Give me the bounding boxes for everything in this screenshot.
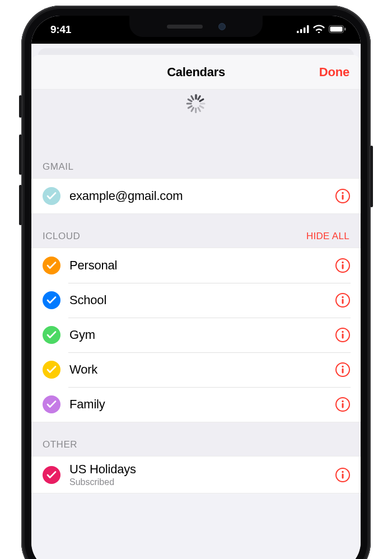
calendars-modal: Calendars Done GMAIL example@gmail.com [31,55,361,559]
front-camera [218,23,226,30]
section-label: GMAIL [43,161,73,173]
volume-down-button [19,185,22,225]
svg-rect-2 [304,27,306,33]
speaker-grille [167,25,203,29]
power-button [370,146,373,207]
svg-rect-21 [342,369,344,374]
screen: 9:41 Calendars Done [31,16,361,559]
calendar-subtitle: Subscribed [69,477,329,487]
calendar-row[interactable]: example@gmail.com [31,179,361,213]
notch [129,16,263,37]
svg-point-8 [342,192,343,194]
svg-point-11 [342,262,343,263]
checkmark-icon[interactable] [43,466,60,484]
spinner-icon [186,94,206,113]
calendar-name: Personal [69,258,329,273]
svg-rect-0 [297,31,299,33]
section-header-other: OTHER [31,422,361,456]
checkmark-icon[interactable] [43,361,60,379]
svg-point-17 [342,331,343,333]
battery-icon [329,24,346,36]
svg-point-23 [342,400,343,402]
calendar-name-wrap: example@gmail.com [69,189,329,203]
calendar-name: Gym [69,328,329,342]
calendar-row[interactable]: Personal [31,248,361,283]
svg-point-26 [342,471,343,472]
svg-rect-3 [307,25,309,33]
checkmark-icon[interactable] [43,187,60,205]
calendar-name-wrap: School [69,293,329,308]
calendar-name: Work [69,362,329,377]
section-label: OTHER [43,439,77,450]
info-button[interactable] [335,362,351,378]
calendar-name-wrap: Work [69,362,329,377]
calendar-name-wrap: Gym [69,328,329,342]
info-button[interactable] [335,327,351,343]
calendar-row[interactable]: Gym [31,318,361,352]
info-button[interactable] [335,258,351,273]
checkmark-icon[interactable] [43,395,60,413]
calendar-list-gmail: example@gmail.com [31,178,361,214]
info-button[interactable] [335,397,351,412]
section-header-gmail: GMAIL [31,140,361,178]
svg-rect-15 [342,299,344,304]
calendar-name: example@gmail.com [69,189,329,203]
nav-bar: Calendars Done [31,55,361,90]
phone-frame: 9:41 Calendars Done [21,6,371,559]
section-header-icloud: ICLOUD HIDE ALL [31,214,361,248]
svg-rect-18 [342,334,344,339]
calendar-name-wrap: Family [69,397,329,412]
svg-rect-1 [300,29,302,33]
mute-switch [19,95,22,118]
svg-point-20 [342,366,343,367]
cellular-icon [297,24,309,36]
hide-all-button[interactable]: HIDE ALL [306,231,349,242]
svg-point-14 [342,296,343,298]
calendar-name-wrap: US Holidays Subscribed [69,462,329,487]
calendar-name: School [69,293,329,308]
svg-rect-24 [342,403,344,408]
checkmark-icon[interactable] [43,291,60,309]
calendar-list-other: US Holidays Subscribed [31,456,361,493]
calendar-row[interactable]: Work [31,352,361,387]
checkmark-icon[interactable] [43,326,60,344]
status-indicators [297,24,346,36]
section-label: ICLOUD [43,231,80,242]
checkmark-icon[interactable] [43,257,60,274]
wifi-icon [313,24,325,36]
svg-rect-27 [342,473,344,478]
calendar-row[interactable]: US Holidays Subscribed [31,456,361,493]
calendar-list-icloud: Personal School [31,248,361,422]
info-button[interactable] [335,188,351,204]
loading-area [31,90,361,140]
volume-up-button [19,134,22,175]
nav-title: Calendars [167,65,225,80]
info-button[interactable] [335,292,351,308]
calendar-row[interactable]: School [31,283,361,318]
info-button[interactable] [335,467,351,483]
svg-rect-5 [330,27,343,32]
calendar-name: US Holidays [69,462,329,477]
status-time: 9:41 [50,24,71,36]
svg-rect-9 [342,195,344,200]
svg-rect-12 [342,264,344,269]
calendar-name: Family [69,397,329,412]
calendar-row[interactable]: Family [31,387,361,422]
svg-rect-6 [344,28,346,31]
calendar-name-wrap: Personal [69,258,329,273]
done-button[interactable]: Done [319,65,349,80]
